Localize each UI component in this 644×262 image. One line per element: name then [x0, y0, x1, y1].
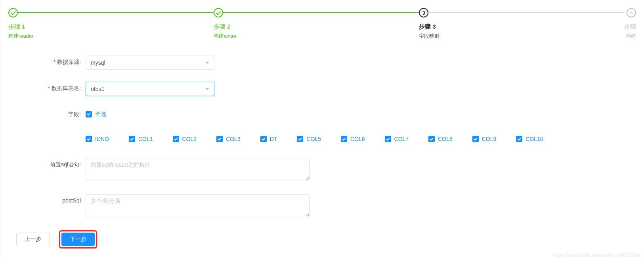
step-title: 步骤	[624, 23, 636, 31]
step-subtitle: 字段映射	[419, 33, 624, 40]
select-value: mysql	[91, 60, 105, 66]
highlight-annotation: 下一步	[59, 230, 97, 249]
row-presql: 前置sql语句:	[8, 158, 636, 182]
checkbox-column-dt[interactable]: DT	[260, 136, 277, 142]
checkbox-label: COL9	[482, 136, 497, 142]
checkbox-label: IDNO	[95, 136, 109, 142]
checkbox-column-col1[interactable]: COL1	[129, 136, 153, 142]
step-title: 步骤 2	[214, 23, 419, 31]
checkbox-label: COL8	[438, 136, 453, 142]
checkbox-label: COL3	[226, 136, 241, 142]
checkbox-column-col10[interactable]: COL10	[516, 136, 543, 142]
checkbox-icon	[86, 111, 92, 118]
label-table: *数据库表名:	[8, 82, 86, 94]
step-3[interactable]: 3 步骤 3 字段映射	[419, 8, 624, 40]
row-datasource: *数据库源: mysql	[8, 56, 636, 70]
checkbox-column-col9[interactable]: COL9	[472, 136, 497, 142]
checkbox-column-idno[interactable]: IDNO	[86, 136, 109, 142]
check-icon	[214, 8, 223, 17]
checkbox-icon	[516, 136, 522, 142]
chevron-down-icon	[205, 88, 209, 90]
step-title: 步骤 1	[8, 23, 214, 31]
checkbox-label: DT	[270, 136, 277, 142]
checkbox-icon	[216, 136, 223, 142]
actions: 上一步 下一步	[8, 230, 636, 249]
checkbox-label: COL10	[526, 136, 543, 142]
checkbox-label: COL2	[182, 136, 197, 142]
step-4: 4 步骤 构建	[624, 8, 636, 40]
checkbox-icon	[428, 136, 435, 142]
checkbox-icon	[341, 136, 347, 142]
checkbox-label: COL6	[350, 136, 365, 142]
checkbox-column-col7[interactable]: COL7	[385, 136, 409, 142]
row-columns: IDNOCOL1COL2COL3DTCOL5COL6COL7COL8COL9CO…	[8, 133, 636, 142]
next-button[interactable]: 下一步	[61, 233, 95, 246]
checkbox-select-all[interactable]: 全选	[86, 111, 106, 118]
step-subtitle: 构建writer	[214, 33, 419, 40]
steps-bar: 步骤 1 构建reader 步骤 2 构建writer 3 步骤 3 字段映射 …	[8, 8, 636, 40]
form: *数据库源: mysql *数据库表名: otbs1 字段:	[8, 56, 636, 218]
chevron-down-icon	[205, 62, 209, 64]
checkbox-column-col6[interactable]: COL6	[341, 136, 365, 142]
textarea-presql[interactable]	[86, 158, 310, 181]
checkbox-icon	[129, 136, 135, 142]
step-number-icon: 3	[419, 8, 428, 17]
step-line	[428, 12, 624, 13]
step-title: 步骤 3	[419, 23, 624, 31]
checkbox-label: COL5	[306, 136, 321, 142]
checkbox-column-col2[interactable]: COL2	[173, 136, 197, 142]
checkbox-label: COL7	[394, 136, 409, 142]
row-fields: 字段: 全选	[8, 108, 636, 121]
select-value: otbs1	[91, 86, 104, 92]
checkbox-icon	[472, 136, 479, 142]
checkbox-icon	[297, 136, 303, 142]
textarea-postsql[interactable]	[86, 194, 310, 217]
checkbox-icon	[173, 136, 179, 142]
prev-button[interactable]: 上一步	[16, 233, 50, 246]
checkbox-label: COL1	[138, 136, 153, 142]
step-2[interactable]: 步骤 2 构建writer	[214, 8, 419, 40]
checkbox-column-col3[interactable]: COL3	[216, 136, 241, 142]
label-postsql: postSql	[8, 194, 86, 207]
label-datasource: *数据库源:	[8, 56, 86, 68]
step-number-icon: 4	[627, 8, 636, 17]
check-icon	[8, 8, 18, 17]
checkbox-label: 全选	[95, 111, 106, 118]
step-line	[18, 12, 214, 13]
row-table: *数据库表名: otbs1	[8, 82, 636, 96]
step-1[interactable]: 步骤 1 构建reader	[8, 8, 214, 40]
label-fields: 字段:	[8, 108, 86, 121]
select-table[interactable]: otbs1	[86, 82, 214, 96]
step-subtitle: 构建reader	[8, 33, 214, 40]
label-presql: 前置sql语句:	[8, 158, 86, 171]
checkbox-column-col5[interactable]: COL5	[297, 136, 321, 142]
checkbox-icon	[86, 136, 92, 142]
select-datasource[interactable]: mysql	[86, 56, 214, 70]
step-line	[223, 12, 419, 13]
row-postsql: postSql	[8, 194, 636, 218]
checkbox-icon	[260, 136, 267, 142]
step-subtitle: 构建	[624, 33, 636, 40]
checkbox-icon	[385, 136, 391, 142]
checkbox-column-col8[interactable]: COL8	[428, 136, 453, 142]
